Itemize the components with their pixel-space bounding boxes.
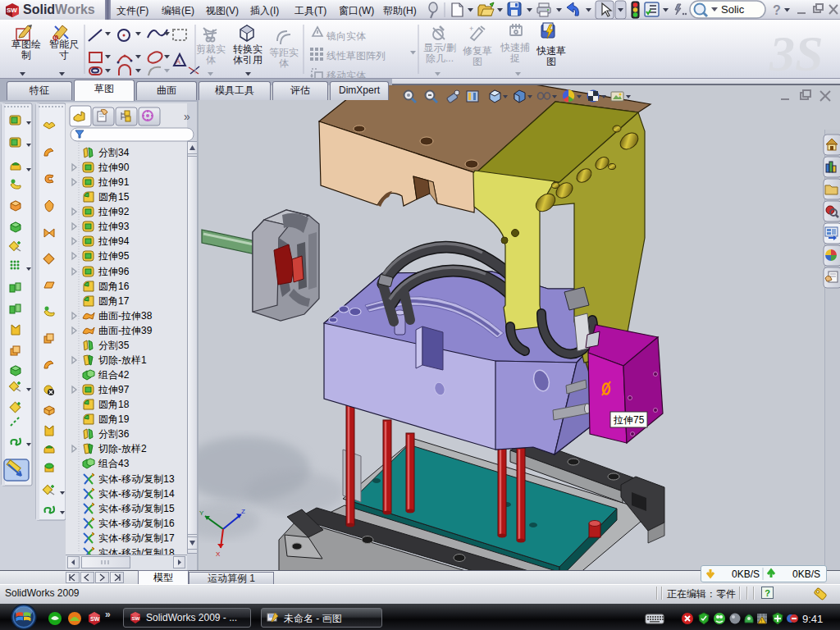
svg-text:分割35: 分割35 (98, 340, 130, 351)
svg-text:?: ? (773, 3, 781, 17)
svg-text:拉伸91: 拉伸91 (98, 176, 130, 188)
svg-text:组合43: 组合43 (98, 458, 130, 469)
svg-text:拉伸92: 拉伸92 (98, 206, 130, 217)
svg-text:实体-移动/复制13: 实体-移动/复制13 (98, 473, 175, 485)
svg-text:Solic: Solic (721, 3, 745, 16)
svg-text:X: X (216, 550, 221, 558)
svg-text:分割34: 分割34 (98, 147, 130, 158)
svg-text:实体-移动/复制15: 实体-移动/复制15 (98, 503, 175, 514)
svg-text:圆角15: 圆角15 (98, 191, 130, 203)
svg-text:切除-放样1: 切除-放样1 (98, 354, 147, 366)
svg-text:曲面-拉伸39: 曲面-拉伸39 (98, 325, 153, 336)
svg-text:组合42: 组合42 (98, 369, 130, 381)
svg-text:拉伸95: 拉伸95 (98, 250, 130, 262)
svg-text:拉伸97: 拉伸97 (98, 384, 130, 395)
svg-text:+: + (469, 25, 473, 33)
svg-text:0KB/S: 0KB/S (732, 568, 760, 580)
svg-text:SW: SW (90, 616, 100, 622)
svg-text:拉伸90: 拉伸90 (98, 162, 130, 173)
svg-text:0KB/S: 0KB/S (792, 568, 820, 580)
svg-text:»: » (184, 110, 190, 123)
svg-text:SW: SW (132, 616, 140, 621)
svg-text:圆角18: 圆角18 (98, 399, 130, 410)
svg-text:实体-移动/复制17: 实体-移动/复制17 (98, 532, 175, 544)
svg-text:SW: SW (7, 7, 17, 14)
svg-text:拉伸96: 拉伸96 (98, 266, 130, 277)
svg-text:实体-移动/复制14: 实体-移动/复制14 (98, 488, 175, 500)
svg-text:A: A (176, 57, 180, 66)
svg-text:圆角17: 圆角17 (98, 295, 130, 307)
svg-text:圆角19: 圆角19 (98, 413, 130, 425)
svg-text:切除-放样2: 切除-放样2 (98, 443, 147, 454)
svg-text:曲面-拉伸38: 曲面-拉伸38 (98, 310, 153, 322)
svg-text:拉伸75: 拉伸75 (613, 414, 645, 426)
svg-text:拉伸93: 拉伸93 (98, 221, 130, 232)
svg-text:Z: Z (241, 508, 245, 515)
svg-text:实体-移动/复制16: 实体-移动/复制16 (98, 518, 175, 529)
svg-text:拉伸94: 拉伸94 (98, 235, 130, 247)
svg-text:圆角16: 圆角16 (98, 281, 130, 292)
svg-text:3S: 3S (769, 25, 823, 79)
svg-text:分割36: 分割36 (98, 428, 130, 440)
svg-text:Y: Y (199, 509, 204, 517)
